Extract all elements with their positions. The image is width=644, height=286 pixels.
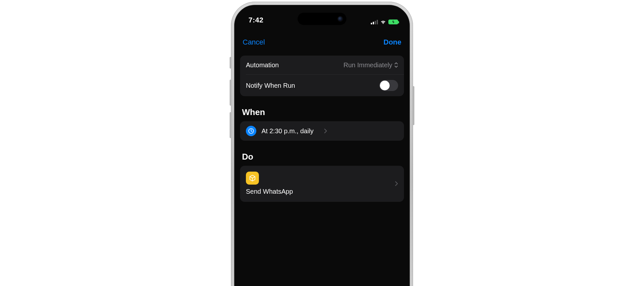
when-trigger-row[interactable]: At 2:30 p.m., daily: [240, 121, 404, 141]
dynamic-island: [298, 13, 346, 25]
phone-frame: 7:42 ϟ Cancel Done Automation: [231, 2, 413, 286]
notify-toggle[interactable]: [379, 80, 398, 91]
toggle-knob: [380, 81, 390, 90]
when-group: At 2:30 p.m., daily: [240, 121, 404, 141]
status-indicators: ϟ: [371, 20, 398, 24]
screen: 7:42 ϟ Cancel Done Automation: [234, 5, 410, 286]
do-section-title: Do: [235, 141, 409, 166]
cellular-icon: [371, 20, 378, 24]
side-button: [230, 112, 232, 138]
automation-label: Automation: [246, 61, 279, 69]
updown-chevron-icon: [394, 62, 398, 68]
chevron-right-icon: [324, 128, 327, 134]
do-action-text: Send WhatsApp: [246, 188, 390, 195]
side-button: [412, 86, 414, 125]
do-group: Send WhatsApp: [240, 166, 404, 202]
automation-value-text: Run Immediately: [343, 61, 392, 69]
settings-group: Automation Run Immediately Notify When R…: [240, 56, 404, 96]
nav-bar: Cancel Done: [235, 38, 409, 56]
side-button: [230, 80, 232, 106]
when-section-title: When: [235, 96, 409, 121]
shortcut-icon: [246, 172, 259, 185]
side-button: [230, 57, 232, 69]
automation-mode-row[interactable]: Automation Run Immediately: [240, 56, 404, 74]
battery-charging-icon: ϟ: [388, 20, 398, 24]
front-camera: [338, 17, 342, 21]
clock-icon: [246, 126, 256, 136]
wifi-icon: [380, 20, 386, 24]
when-trigger-text: At 2:30 p.m., daily: [262, 127, 314, 135]
content: Cancel Done Automation Run Immediately: [235, 6, 409, 286]
do-action-row[interactable]: Send WhatsApp: [240, 166, 404, 202]
notify-row: Notify When Run: [246, 74, 404, 96]
automation-value: Run Immediately: [343, 61, 398, 69]
status-time: 7:42: [248, 16, 263, 24]
notify-label: Notify When Run: [246, 82, 295, 89]
cancel-button[interactable]: Cancel: [243, 38, 265, 46]
done-button[interactable]: Done: [383, 38, 401, 46]
chevron-right-icon: [395, 181, 398, 186]
